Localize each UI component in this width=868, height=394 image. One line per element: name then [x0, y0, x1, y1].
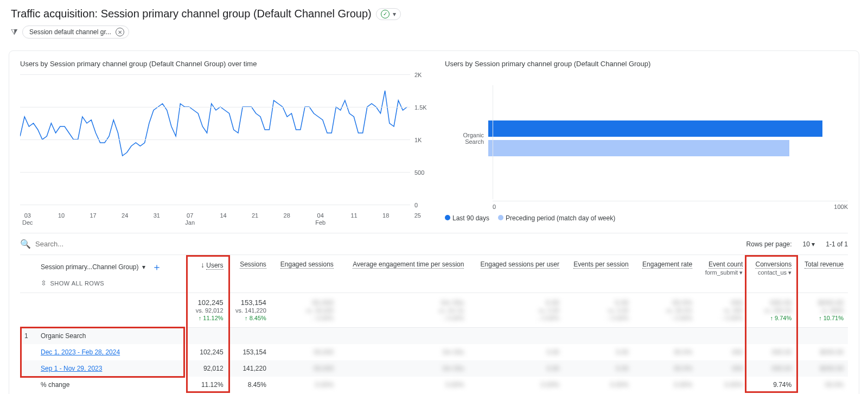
- channel-name: Organic Search: [36, 328, 188, 345]
- search-input[interactable]: [35, 240, 144, 248]
- summary-row: 102,245 vs. 92,012 ↑ 11.12% 153,154 vs. …: [20, 293, 848, 328]
- col-engaged-per-user[interactable]: Engaged sessions per user: [468, 255, 564, 293]
- line-chart-panel: Users by Session primary channel group (…: [20, 60, 423, 226]
- bar-legend: Last 90 days Preceding period (match day…: [445, 214, 848, 222]
- add-dimension-icon[interactable]: ＋: [152, 260, 162, 274]
- rows-per-page-select[interactable]: 10 ▾: [803, 240, 815, 248]
- checkmark-icon: ✓: [381, 10, 390, 18]
- search-icon: 🔍: [20, 239, 31, 249]
- col-sessions[interactable]: Sessions: [228, 255, 271, 293]
- period1-label[interactable]: Dec 1, 2023 - Feb 28, 2024: [41, 348, 120, 356]
- show-all-rows[interactable]: ⇳ SHOW ALL ROWS: [41, 279, 184, 287]
- data-table: Session primary...Channel Group) ▾ ＋ ⇳ S…: [20, 255, 848, 393]
- period2-label[interactable]: Sep 1 - Nov 29, 2023: [41, 365, 102, 372]
- filter-chip[interactable]: Session default channel gr... ✕: [22, 26, 129, 39]
- close-icon[interactable]: ✕: [116, 28, 124, 36]
- table-row: % change 11.12% 8.45% 0.00%0.00%0.00%0.0…: [20, 377, 848, 393]
- bar-chart[interactable]: Organic Search 0 100K: [445, 74, 848, 210]
- rows-per-page-label: Rows per page:: [746, 240, 792, 248]
- title-badge[interactable]: ✓ ▾: [376, 8, 401, 20]
- col-users[interactable]: ↓ Users: [188, 255, 228, 293]
- bar-chart-title: Users by Session primary channel group (…: [445, 60, 848, 68]
- bar-x-min: 0: [493, 204, 496, 210]
- page-indicator: 1-1 of 1: [826, 240, 848, 248]
- dimension-label[interactable]: Session primary...Channel Group) ▾: [41, 263, 145, 271]
- bar-current: [488, 120, 822, 137]
- line-chart[interactable]: 2K1.5K1K5000: [20, 74, 423, 210]
- filter-icon[interactable]: ⧩: [11, 27, 18, 37]
- col-conversions[interactable]: Conversionscontact_us ▾: [747, 255, 796, 293]
- expand-icon: ⇳: [41, 279, 47, 287]
- chevron-down-icon: ▾: [393, 10, 396, 18]
- page-title: Traffic acquisition: Session primary cha…: [11, 8, 857, 20]
- bar-category: Organic Search: [445, 132, 488, 145]
- col-engagement-rate[interactable]: Engagement rate: [633, 255, 697, 293]
- change-label: % change: [36, 377, 188, 393]
- bar-x-max: 100K: [834, 204, 848, 210]
- col-engaged-sessions[interactable]: Engaged sessions: [271, 255, 338, 293]
- col-event-count[interactable]: Event countform_submit ▾: [697, 255, 747, 293]
- search-box[interactable]: 🔍: [20, 239, 144, 249]
- table-row: Dec 1, 2023 - Feb 28, 2024 102,245 153,1…: [20, 344, 848, 360]
- table-row: 1 Organic Search: [20, 328, 848, 345]
- col-events-per-session[interactable]: Events per session: [564, 255, 633, 293]
- bar-prev: [488, 140, 789, 156]
- table-row: Sep 1 - Nov 29, 2023 92,012 141,220 00,0…: [20, 360, 848, 377]
- line-chart-title: Users by Session primary channel group (…: [20, 60, 423, 68]
- col-total-revenue[interactable]: Total revenue: [796, 255, 848, 293]
- bar-chart-panel: Users by Session primary channel group (…: [445, 60, 848, 226]
- col-avg-engagement[interactable]: Average engagement time per session: [338, 255, 469, 293]
